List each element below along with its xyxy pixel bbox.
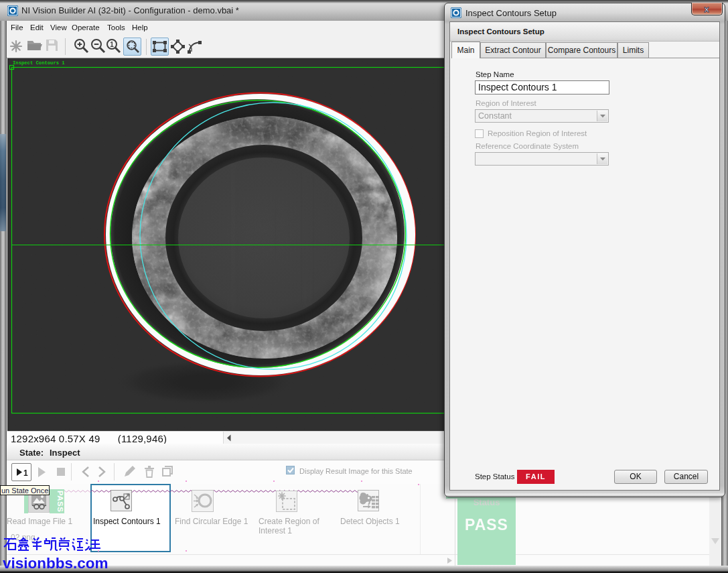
svg-text:x: x xyxy=(704,4,709,14)
svg-text:1: 1 xyxy=(23,468,28,478)
svg-text:1: 1 xyxy=(110,41,114,48)
